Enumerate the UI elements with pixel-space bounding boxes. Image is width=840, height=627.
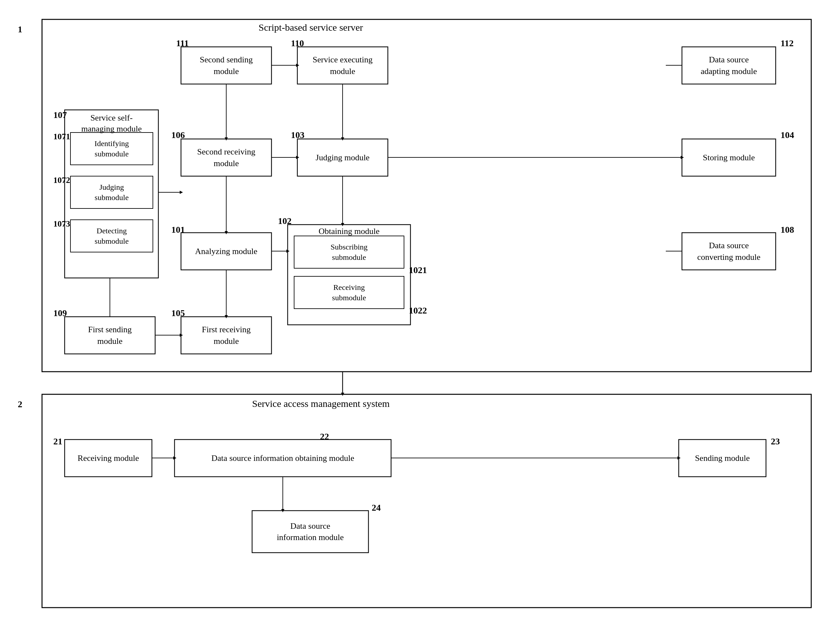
service-executing-module: Service executingmodule xyxy=(297,47,388,84)
label-108: 108 xyxy=(780,225,794,235)
label-104: 104 xyxy=(780,130,794,140)
second-receiving-module: Second receivingmodule xyxy=(181,139,271,176)
label-24: 24 xyxy=(372,503,381,513)
svg-marker-3 xyxy=(341,393,344,396)
svg-rect-1 xyxy=(42,394,811,608)
judging-submodule: Judgingsubmodule xyxy=(71,176,153,208)
first-receiving-module: First receivingmodule xyxy=(181,317,271,354)
label-1073: 1073 xyxy=(53,219,70,229)
sams-title: Service access management system xyxy=(252,398,390,409)
label-1071: 1071 xyxy=(53,132,70,142)
svg-marker-40 xyxy=(286,249,290,253)
label-1072: 1072 xyxy=(53,175,70,185)
label-2: 2 xyxy=(18,399,22,410)
first-sending-module: First sendingmodule xyxy=(65,317,155,354)
label-1021: 1021 xyxy=(409,265,427,276)
label-107: 107 xyxy=(53,110,67,120)
ds-info-obtaining-module: Data source information obtaining module xyxy=(175,440,391,477)
subscribing-submodule: Subscribingsubmodule xyxy=(294,236,404,268)
sending-module-sams: Sending module xyxy=(679,440,766,477)
label-1: 1 xyxy=(18,24,22,35)
detecting-submodule: Detectingsubmodule xyxy=(71,220,153,252)
label-112: 112 xyxy=(780,38,793,49)
label-1022: 1022 xyxy=(409,306,427,316)
analyzing-module: Analyzing module xyxy=(181,233,271,270)
data-source-converting-module: Data sourceconverting module xyxy=(682,233,776,270)
storing-module: Storing module xyxy=(682,139,776,176)
judging-module: Judging module xyxy=(297,139,388,176)
identifying-submodule: Identifyingsubmodule xyxy=(71,132,153,165)
svg-marker-46 xyxy=(180,191,183,194)
label-21: 21 xyxy=(53,436,62,447)
ds-info-module: Data sourceinformation module xyxy=(252,510,369,553)
data-source-adapting-module: Data sourceadapting module xyxy=(682,47,776,84)
second-sending-module: Second sendingmodule xyxy=(181,47,271,84)
service-self-managing-label: Service self-managing module xyxy=(65,110,158,134)
receiving-module-sams: Receiving module xyxy=(65,440,152,477)
server-title: Script-based service server xyxy=(258,22,363,33)
obtaining-module-label: Obtaining module xyxy=(288,225,410,236)
label-23: 23 xyxy=(771,436,780,447)
receiving-submodule: Receivingsubmodule xyxy=(294,276,404,309)
